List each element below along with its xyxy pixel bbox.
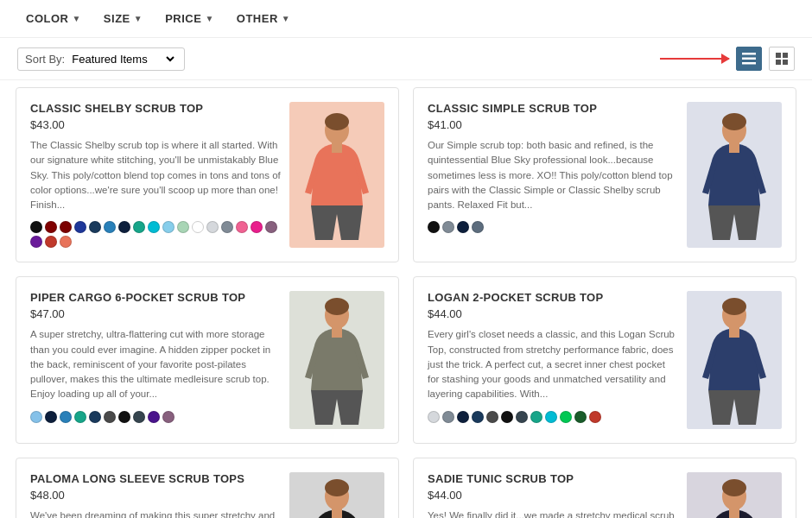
color-swatch[interactable] bbox=[501, 411, 513, 423]
color-swatch[interactable] bbox=[177, 221, 189, 233]
filter-bar: COLOR▼SIZE▼PRICE▼OTHER▼ bbox=[0, 0, 812, 38]
color-swatch[interactable] bbox=[486, 411, 498, 423]
product-image[interactable] bbox=[289, 102, 384, 248]
product-image[interactable] bbox=[289, 291, 384, 429]
product-price: $41.00 bbox=[428, 118, 678, 131]
color-swatch[interactable] bbox=[265, 221, 277, 233]
arrow-indicator bbox=[660, 58, 729, 60]
chevron-down-icon: ▼ bbox=[205, 14, 213, 23]
color-swatch[interactable] bbox=[30, 221, 42, 233]
color-swatch[interactable] bbox=[60, 221, 72, 233]
product-info: PALOMA LONG SLEEVE SCRUB TOPS $48.00 We'… bbox=[30, 472, 281, 518]
color-swatch[interactable] bbox=[574, 411, 587, 423]
color-swatch[interactable] bbox=[104, 221, 116, 233]
product-description: Yes! We finally did it...we made a stret… bbox=[428, 509, 678, 518]
color-swatch[interactable] bbox=[118, 221, 130, 233]
color-swatch[interactable] bbox=[442, 411, 454, 423]
filter-price-button[interactable]: PRICE▼ bbox=[156, 9, 223, 28]
color-swatch[interactable] bbox=[428, 411, 440, 423]
color-swatch[interactable] bbox=[560, 411, 572, 423]
product-name: CLASSIC SIMPLE SCRUB TOP bbox=[428, 102, 678, 115]
color-swatch[interactable] bbox=[162, 411, 174, 423]
color-swatch[interactable] bbox=[472, 221, 484, 233]
filter-other-button[interactable]: OTHER▼ bbox=[228, 9, 299, 28]
product-image[interactable] bbox=[289, 472, 384, 518]
product-image[interactable] bbox=[687, 472, 782, 518]
sort-select-wrap[interactable]: Sort By: Featured ItemsNewest ItemsBest … bbox=[17, 47, 185, 71]
chevron-down-icon: ▼ bbox=[282, 14, 290, 23]
color-swatches bbox=[428, 221, 678, 233]
svg-rect-9 bbox=[332, 142, 342, 153]
color-swatch[interactable] bbox=[530, 411, 542, 423]
svg-rect-4 bbox=[783, 53, 788, 58]
product-name: PALOMA LONG SLEEVE SCRUB TOPS bbox=[30, 472, 281, 485]
color-swatch[interactable] bbox=[60, 411, 72, 423]
color-swatch[interactable] bbox=[45, 411, 57, 423]
product-price: $44.00 bbox=[428, 307, 678, 320]
product-price: $43.00 bbox=[30, 118, 281, 131]
color-swatch[interactable] bbox=[118, 411, 130, 423]
color-swatch[interactable] bbox=[236, 221, 248, 233]
color-swatch[interactable] bbox=[45, 236, 57, 248]
product-info: CLASSIC SIMPLE SCRUB TOP $41.00 Our Simp… bbox=[428, 102, 678, 248]
color-swatch[interactable] bbox=[45, 221, 57, 233]
product-name: CLASSIC SHELBY SCRUB TOP bbox=[30, 102, 281, 115]
color-swatch[interactable] bbox=[148, 221, 160, 233]
color-swatch[interactable] bbox=[89, 221, 101, 233]
filter-size-button[interactable]: SIZE▼ bbox=[95, 9, 151, 28]
color-swatch[interactable] bbox=[589, 411, 601, 423]
svg-rect-6 bbox=[783, 60, 788, 65]
svg-point-17 bbox=[722, 298, 746, 315]
color-swatch[interactable] bbox=[221, 221, 233, 233]
sort-label: Sort By: bbox=[25, 53, 65, 66]
color-swatch[interactable] bbox=[133, 221, 145, 233]
svg-rect-18 bbox=[729, 327, 739, 338]
color-swatch[interactable] bbox=[457, 411, 469, 423]
person-figure bbox=[289, 106, 384, 244]
color-swatches bbox=[428, 411, 678, 423]
product-info: CLASSIC SHELBY SCRUB TOP $43.00 The Clas… bbox=[30, 102, 281, 248]
product-description: We've been dreaming of making this super… bbox=[30, 509, 281, 518]
grid-view-button[interactable] bbox=[769, 47, 795, 71]
chevron-down-icon: ▼ bbox=[72, 14, 80, 23]
person-figure bbox=[289, 291, 384, 429]
svg-rect-21 bbox=[332, 509, 342, 518]
color-swatch[interactable] bbox=[74, 221, 86, 233]
color-swatch[interactable] bbox=[162, 221, 174, 233]
color-swatch[interactable] bbox=[442, 221, 454, 233]
color-swatch[interactable] bbox=[133, 411, 145, 423]
svg-point-14 bbox=[325, 298, 349, 315]
color-swatch[interactable] bbox=[516, 411, 528, 423]
product-image[interactable] bbox=[687, 102, 782, 248]
color-swatch[interactable] bbox=[148, 411, 160, 423]
color-swatch[interactable] bbox=[89, 411, 101, 423]
filter-color-button[interactable]: COLOR▼ bbox=[17, 9, 90, 28]
list-view-button[interactable] bbox=[736, 47, 762, 71]
chevron-down-icon: ▼ bbox=[134, 14, 143, 23]
color-swatch[interactable] bbox=[30, 236, 42, 248]
color-swatch[interactable] bbox=[30, 411, 42, 423]
person-figure bbox=[687, 106, 782, 244]
color-swatch[interactable] bbox=[74, 411, 86, 423]
color-swatch[interactable] bbox=[104, 411, 116, 423]
color-swatch[interactable] bbox=[457, 221, 469, 233]
color-swatch[interactable] bbox=[472, 411, 484, 423]
color-swatch[interactable] bbox=[428, 221, 440, 233]
color-swatch[interactable] bbox=[545, 411, 557, 423]
color-swatch[interactable] bbox=[60, 236, 72, 248]
sort-select[interactable]: Featured ItemsNewest ItemsBest SellingPr… bbox=[68, 52, 177, 66]
svg-rect-0 bbox=[742, 53, 756, 55]
color-swatch[interactable] bbox=[251, 221, 263, 233]
product-name: SADIE TUNIC SCRUB TOP bbox=[428, 472, 678, 485]
product-image[interactable] bbox=[687, 291, 782, 429]
product-card: CLASSIC SIMPLE SCRUB TOP $41.00 Our Simp… bbox=[413, 87, 796, 262]
color-swatch[interactable] bbox=[192, 221, 204, 233]
svg-rect-1 bbox=[742, 58, 756, 60]
filter-label: SIZE bbox=[104, 12, 130, 25]
product-price: $47.00 bbox=[30, 307, 281, 320]
product-info: SADIE TUNIC SCRUB TOP $44.00 Yes! We fin… bbox=[428, 472, 678, 518]
product-description: A super stretchy, ultra-flattering cut w… bbox=[30, 327, 281, 401]
svg-rect-3 bbox=[776, 53, 781, 58]
product-name: PIPER CARGO 6-POCKET SCRUB TOP bbox=[30, 291, 281, 304]
color-swatch[interactable] bbox=[206, 221, 219, 233]
